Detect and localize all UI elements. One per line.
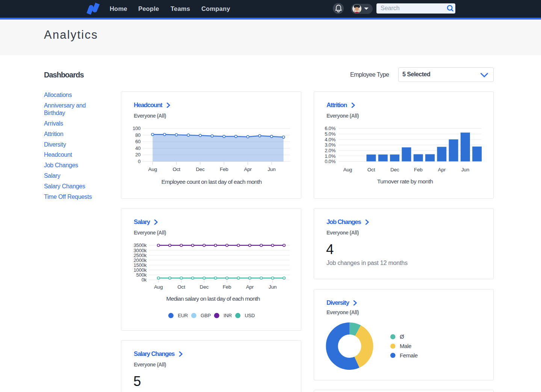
svg-text:Oct: Oct: [177, 284, 185, 290]
svg-text:Dec: Dec: [200, 284, 209, 290]
svg-text:Male: Male: [400, 343, 411, 349]
svg-text:0.0%: 0.0%: [325, 159, 335, 164]
svg-text:2.0%: 2.0%: [325, 148, 335, 153]
svg-text:80: 80: [135, 132, 141, 138]
svg-text:Apr: Apr: [438, 167, 446, 173]
svg-text:Ø: Ø: [400, 333, 404, 340]
svg-text:Jun: Jun: [269, 284, 277, 290]
svg-text:Employee count on last day of: Employee count on last day of each month: [162, 179, 262, 185]
svg-text:Female: Female: [400, 352, 418, 359]
svg-text:1.0%: 1.0%: [325, 153, 335, 159]
svg-text:EUR: EUR: [178, 313, 188, 318]
svg-text:GBP: GBP: [201, 313, 211, 318]
svg-text:100: 100: [133, 126, 141, 131]
svg-text:USD: USD: [245, 313, 255, 318]
svg-text:4.0%: 4.0%: [325, 137, 335, 142]
svg-text:Oct: Oct: [172, 166, 180, 172]
svg-text:Dec: Dec: [196, 166, 205, 172]
svg-text:60: 60: [135, 139, 141, 144]
svg-text:Turnover rate by month: Turnover rate by month: [377, 178, 433, 185]
svg-text:Jun: Jun: [461, 167, 469, 173]
svg-text:Apr: Apr: [244, 166, 252, 172]
svg-text:Median salary on last day of e: Median salary on last day of each month: [166, 295, 260, 302]
svg-text:Feb: Feb: [414, 167, 423, 173]
svg-text:0: 0: [138, 159, 141, 164]
svg-text:40: 40: [135, 145, 141, 151]
svg-text:Aug: Aug: [154, 284, 163, 290]
svg-text:Jun: Jun: [267, 166, 275, 172]
svg-text:3.0%: 3.0%: [325, 142, 335, 148]
svg-text:Oct: Oct: [367, 167, 375, 173]
svg-text:INR: INR: [224, 313, 232, 318]
svg-text:5.0%: 5.0%: [325, 131, 335, 137]
svg-text:Feb: Feb: [223, 284, 231, 290]
svg-text:Aug: Aug: [343, 167, 352, 173]
svg-text:Dec: Dec: [390, 167, 399, 173]
svg-text:20: 20: [135, 152, 141, 157]
svg-text:Feb: Feb: [220, 166, 228, 172]
svg-text:6.0%: 6.0%: [325, 126, 335, 131]
svg-text:Aug: Aug: [148, 166, 157, 172]
svg-text:Apr: Apr: [246, 284, 254, 290]
svg-text:0k: 0k: [142, 277, 147, 283]
